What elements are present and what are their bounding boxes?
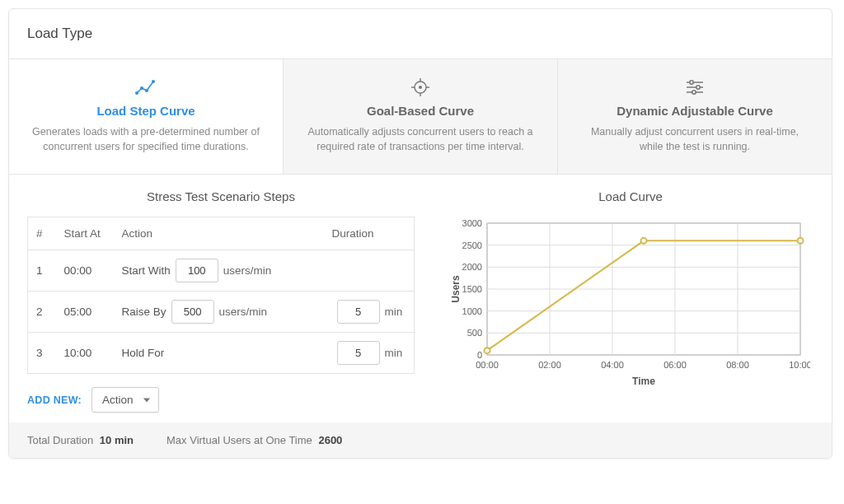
- tab-desc: Manually adjust concurrent users in real…: [578, 124, 812, 154]
- steps-title: Stress Test Scenario Steps: [27, 189, 415, 203]
- action-label: Start With: [122, 264, 171, 277]
- max-virtual-users: Max Virtual Users at One Time 2600: [166, 434, 345, 446]
- total-duration-label: Total Duration: [27, 434, 93, 446]
- svg-text:1000: 1000: [462, 306, 482, 316]
- col-duration: Duration: [324, 217, 415, 250]
- svg-point-0: [135, 91, 138, 95]
- cell-action: Hold For: [114, 333, 324, 374]
- svg-text:10:00: 10:00: [789, 360, 810, 370]
- load-step-icon: [29, 77, 263, 97]
- tab-title: Dynamic Adjustable Curve: [578, 104, 812, 118]
- cell-duration: min: [324, 292, 415, 333]
- cell-duration: [324, 250, 415, 292]
- svg-point-45: [798, 238, 804, 244]
- svg-text:2500: 2500: [462, 240, 482, 250]
- tab-title: Goal-Based Curve: [303, 104, 537, 118]
- cell-start-at: 10:00: [56, 333, 114, 374]
- table-row: 100:00Start Withusers/min: [28, 250, 415, 292]
- tab-title: Load Step Curve: [29, 104, 263, 118]
- content-row: Stress Test Scenario Steps # Start At Ac…: [9, 175, 832, 422]
- footer-bar: Total Duration 10 min Max Virtual Users …: [9, 422, 832, 458]
- cell-start-at: 00:00: [56, 250, 114, 292]
- unit-label: users/min: [219, 306, 268, 318]
- duration-unit-label: min: [385, 306, 403, 318]
- svg-text:00:00: 00:00: [476, 360, 499, 370]
- svg-text:08:00: 08:00: [726, 360, 749, 370]
- tab-goal-based[interactable]: Goal-Based Curve Automatically adjusts c…: [284, 59, 558, 174]
- cell-num: 3: [28, 333, 56, 374]
- chevron-down-icon: [143, 398, 150, 402]
- load-type-card: Load Type Load Step Curve Generates load…: [8, 8, 832, 459]
- unit-label: users/min: [223, 264, 272, 277]
- cell-duration: min: [324, 333, 415, 374]
- action-select[interactable]: Action: [91, 387, 159, 413]
- page-title: Load Type: [9, 9, 832, 59]
- add-new-row: ADD NEW: Action: [27, 387, 415, 413]
- goal-based-icon: [303, 77, 537, 97]
- svg-text:02:00: 02:00: [538, 360, 561, 370]
- value-input[interactable]: [171, 300, 214, 324]
- table-row: 310:00Hold Formin: [28, 333, 415, 374]
- chart-title: Load Curve: [448, 189, 814, 203]
- col-num: #: [28, 217, 56, 250]
- value-input[interactable]: [176, 259, 218, 282]
- svg-point-11: [690, 81, 693, 84]
- tab-desc: Automatically adjusts concurrent users t…: [303, 124, 537, 154]
- load-curve-chart: 05001000150020002500300000:0002:0004:000…: [448, 217, 814, 393]
- duration-input[interactable]: [337, 300, 380, 324]
- svg-point-3: [152, 80, 155, 83]
- duration-input[interactable]: [337, 341, 380, 365]
- svg-point-2: [145, 89, 148, 92]
- svg-point-15: [692, 91, 696, 94]
- col-start-at: Start At: [56, 217, 114, 250]
- svg-text:Users: Users: [450, 275, 462, 303]
- cell-start-at: 05:00: [56, 292, 114, 333]
- svg-point-43: [485, 348, 490, 353]
- svg-text:500: 500: [467, 329, 482, 338]
- svg-point-5: [419, 86, 422, 89]
- svg-text:3000: 3000: [462, 218, 482, 228]
- svg-text:2000: 2000: [462, 263, 482, 273]
- svg-text:1500: 1500: [462, 284, 482, 294]
- cell-action: Raise Byusers/min: [114, 292, 324, 333]
- max-users-label: Max Virtual Users at One Time: [166, 434, 312, 446]
- table-row: 205:00Raise Byusers/minmin: [28, 292, 415, 333]
- svg-text:06:00: 06:00: [663, 360, 687, 370]
- col-action: Action: [114, 217, 324, 250]
- total-duration-value: 10 min: [96, 434, 137, 446]
- tab-load-step[interactable]: Load Step Curve Generates loads with a p…: [9, 59, 284, 174]
- svg-text:04:00: 04:00: [601, 360, 624, 370]
- dynamic-icon: [578, 77, 812, 97]
- cell-num: 2: [28, 292, 56, 333]
- chart-column: Load Curve 05001000150020002500300000:00…: [448, 189, 814, 413]
- svg-text:0: 0: [477, 350, 482, 360]
- action-label: Raise By: [122, 306, 166, 318]
- svg-text:Time: Time: [632, 376, 655, 387]
- tab-dynamic[interactable]: Dynamic Adjustable Curve Manually adjust…: [558, 59, 832, 174]
- max-users-value: 2600: [315, 434, 345, 446]
- action-label: Hold For: [122, 347, 165, 359]
- action-select-value: Action: [102, 394, 134, 406]
- steps-table: # Start At Action Duration 100:00Start W…: [27, 217, 415, 374]
- tabs-row: Load Step Curve Generates loads with a p…: [9, 59, 832, 175]
- svg-point-13: [696, 86, 700, 89]
- add-new-label: ADD NEW:: [27, 394, 82, 406]
- steps-column: Stress Test Scenario Steps # Start At Ac…: [27, 189, 415, 413]
- svg-point-1: [140, 86, 143, 90]
- total-duration: Total Duration 10 min: [27, 434, 137, 446]
- tab-desc: Generates loads with a pre-determined nu…: [29, 124, 263, 154]
- duration-unit-label: min: [385, 347, 403, 359]
- cell-action: Start Withusers/min: [114, 250, 324, 292]
- svg-point-44: [641, 238, 647, 244]
- cell-num: 1: [28, 250, 56, 292]
